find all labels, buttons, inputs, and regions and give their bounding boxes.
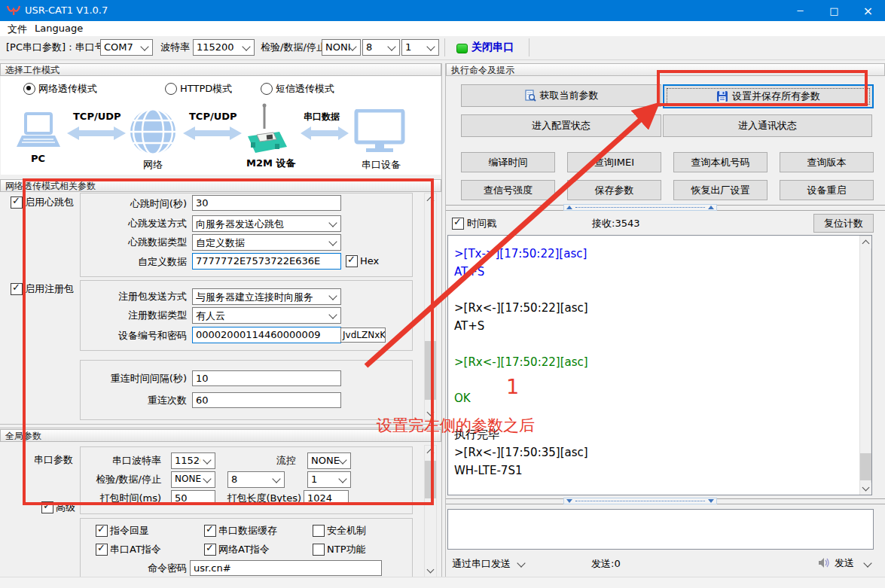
cmd-password-input[interactable]: usr.cn# <box>190 560 382 576</box>
splitter-dots <box>575 207 705 208</box>
serial-databits-select[interactable]: 8 <box>227 471 285 488</box>
collapse-splitter[interactable] <box>563 498 717 504</box>
triangle-down-icon <box>708 499 714 503</box>
net-at-checkbox[interactable] <box>204 544 216 556</box>
pc-laptop-icon <box>14 112 63 151</box>
log-line: AT+S <box>448 263 871 281</box>
set-save-params-label: 设置并保存所有参数 <box>732 90 820 103</box>
serial-baud-select[interactable]: 115200 <box>171 452 215 469</box>
device-id-input[interactable]: 00002000114460000009 <box>192 327 341 343</box>
scroll-down-button[interactable] <box>860 483 871 495</box>
scroll-up-button[interactable] <box>425 446 436 458</box>
compile-time-button[interactable]: 编译时间 <box>461 152 555 172</box>
register-enable-checkbox[interactable] <box>11 283 23 295</box>
enter-comm-button[interactable]: 进入通讯状态 <box>663 114 872 137</box>
cmd-echo-label: 指令回显 <box>110 525 149 537</box>
arrow-bidirectional-icon <box>301 126 349 141</box>
menu-file[interactable]: 文件 <box>8 23 27 36</box>
heartbeat-enable-checkbox[interactable] <box>11 197 23 209</box>
scroll-down-button[interactable] <box>425 565 436 577</box>
set-save-params-button[interactable]: 设置并保存所有参数 <box>663 84 874 108</box>
pack-time-input[interactable]: 50 <box>171 490 215 505</box>
chevron-down-icon <box>862 484 870 492</box>
query-version-button[interactable]: 查询版本 <box>780 152 874 172</box>
serial-at-checkbox[interactable] <box>96 544 108 556</box>
speaker-icon <box>818 557 830 568</box>
baud-select[interactable]: 115200 <box>193 39 255 56</box>
menu-language[interactable]: Language <box>35 23 83 34</box>
chevron-down-icon <box>328 291 337 300</box>
splitter-dots <box>575 501 705 501</box>
cmd-password-label: 命令密码 <box>142 562 187 574</box>
factory-reset-button[interactable]: 恢复出厂设置 <box>673 180 768 200</box>
close-button[interactable]: × <box>851 0 885 21</box>
register-mode-select[interactable]: 与服务器建立连接时向服务 <box>192 288 341 305</box>
send-via-dropdown[interactable]: 通过串口发送 <box>452 558 527 571</box>
scrollbar-thumb[interactable] <box>425 461 436 498</box>
send-button[interactable]: 发送 <box>818 556 874 571</box>
com-port-select[interactable]: COM7 <box>100 39 153 56</box>
minimize-button[interactable]: ─ <box>783 0 817 21</box>
timestamp-checkbox[interactable] <box>452 218 464 230</box>
log-scrollbar[interactable] <box>859 236 871 495</box>
query-signal-button[interactable]: 查信号强度 <box>461 180 555 200</box>
advanced-checkbox[interactable] <box>41 501 53 513</box>
net-at-label: 网络AT指令 <box>218 544 270 556</box>
log-area[interactable]: >[Tx->][17:50:22][asc] AT+S >[Rx<-][17:5… <box>447 235 872 495</box>
save-params-button[interactable]: 保存参数 <box>567 180 661 200</box>
reconnect-count-input[interactable]: 60 <box>192 392 341 408</box>
chevron-down-icon <box>863 559 871 567</box>
reconnect-interval-input[interactable]: 10 <box>192 370 341 386</box>
flow-control-select[interactable]: NONE <box>307 452 351 469</box>
scroll-up-button[interactable] <box>860 236 871 248</box>
pack-length-input[interactable]: 1024 <box>304 490 349 505</box>
enter-config-button[interactable]: 进入配置状态 <box>461 114 661 137</box>
safe-mechanism-checkbox[interactable] <box>313 525 325 537</box>
send-input-area[interactable] <box>447 509 874 550</box>
collapse-splitter[interactable] <box>563 204 717 211</box>
serial-cache-checkbox[interactable] <box>204 525 216 537</box>
close-port-button[interactable]: 关闭串口 <box>452 38 524 56</box>
device-password-input[interactable]: JvdLZNxK <box>340 328 386 343</box>
hex-checkbox[interactable] <box>346 255 358 267</box>
maximize-button[interactable]: □ <box>817 0 851 21</box>
log-line: OK <box>448 389 871 407</box>
parity-select[interactable]: NONI <box>322 39 361 56</box>
serial-cache-label: 串口数据缓存 <box>218 525 277 537</box>
register-type-select[interactable]: 有人云 <box>192 307 341 324</box>
netparams-group-header: 网络透传模式相关参数 <box>0 179 441 192</box>
heartbeat-time-input[interactable]: 30 <box>192 195 341 211</box>
radio-sms-mode[interactable] <box>261 83 273 95</box>
heartbeat-type-select[interactable]: 自定义数据 <box>192 234 341 251</box>
get-params-button[interactable]: 获取当前参数 <box>461 84 661 107</box>
heartbeat-mode-select[interactable]: 向服务器发送心跳包 <box>192 215 341 232</box>
chevron-down-icon <box>140 42 148 50</box>
cmd-echo-checkbox[interactable] <box>96 525 108 537</box>
serial-stopbits-select[interactable]: 1 <box>307 471 351 488</box>
log-line: >[Rx<-][17:50:22][asc] <box>448 353 871 371</box>
scrollbar-thumb[interactable] <box>425 341 436 400</box>
app-window: USR-CAT1 V1.0.7 ─ □ × 文件 Language [PC串口参… <box>0 0 885 588</box>
radio-httpd-mode[interactable] <box>165 83 177 95</box>
panel-splitter[interactable] <box>441 63 446 577</box>
device-id-label: 设备编号和密码 <box>72 330 187 342</box>
scroll-down-button[interactable] <box>425 407 436 419</box>
query-number-button[interactable]: 查询本机号码 <box>673 152 768 172</box>
parity-data-stop-label: 检验/数据/停止 <box>261 41 326 53</box>
net-params-scrollbar[interactable] <box>424 193 437 420</box>
databits-select[interactable]: 8 <box>362 39 400 56</box>
log-line: 执行完毕 <box>448 425 871 443</box>
ntp-checkbox[interactable] <box>313 544 325 556</box>
rx-count: 接收:3543 <box>592 218 639 230</box>
scrollbar-thumb[interactable] <box>860 453 871 480</box>
reset-count-button[interactable]: 复位计数 <box>813 214 874 233</box>
scroll-up-button[interactable] <box>425 193 436 206</box>
global-params-scrollbar[interactable] <box>424 445 437 577</box>
custom-data-input[interactable]: 7777772E7573722E636E <box>192 253 341 270</box>
serial-parity-select[interactable]: NONE <box>171 471 215 488</box>
query-imei-button[interactable]: 查询IMEI <box>567 152 661 172</box>
stopbits-select[interactable]: 1 <box>401 39 439 56</box>
radio-net-transparent-mode[interactable] <box>23 83 35 95</box>
network-label: 网络 <box>143 159 163 171</box>
device-restart-button[interactable]: 设备重启 <box>780 180 874 200</box>
